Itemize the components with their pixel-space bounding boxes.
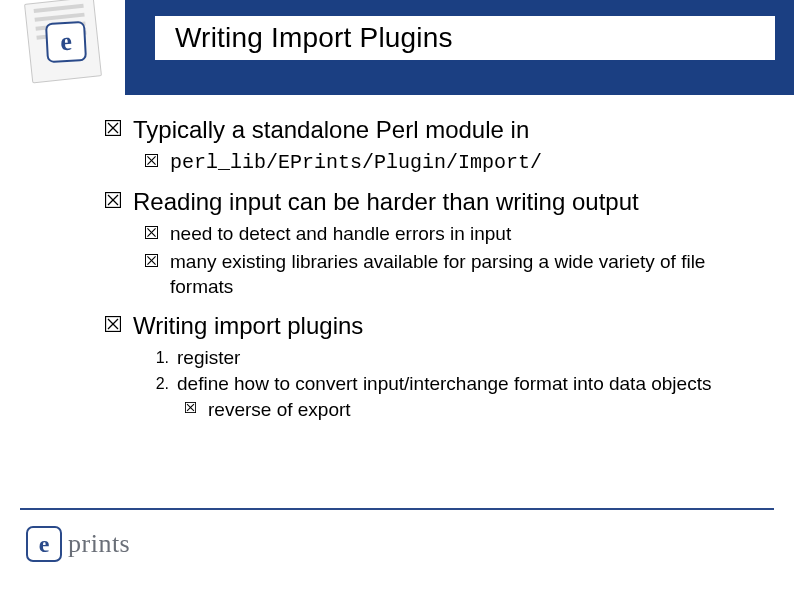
bullet-level1: Writing import plugins (105, 311, 765, 342)
bullet-level1: Reading input can be harder than writing… (105, 187, 765, 218)
slide-content: Typically a standalone Perl module in pe… (105, 115, 765, 427)
logo-e-icon: e (26, 526, 62, 562)
bullet-level3: reverse of export (185, 398, 765, 422)
numbered-item: 2. define how to convert input/interchan… (145, 372, 765, 396)
numbered-text: register (177, 346, 240, 370)
eprints-logo: e prints (26, 520, 166, 568)
checkbox-x-icon (145, 226, 158, 239)
e-badge-icon: e (45, 21, 87, 63)
corner-document-icon: e (20, 0, 105, 85)
bullet-text: Reading input can be harder than writing… (133, 187, 639, 218)
title-bar: Writing Import Plugins (155, 16, 775, 60)
slide-title: Writing Import Plugins (175, 22, 453, 54)
bullet-text: reverse of export (208, 398, 351, 422)
bullet-level2: many existing libraries available for pa… (145, 250, 765, 299)
bullet-level1: Typically a standalone Perl module in (105, 115, 765, 146)
bullet-text: need to detect and handle errors in inpu… (170, 222, 511, 246)
checkbox-x-icon (105, 316, 121, 332)
logo-text: prints (68, 529, 130, 559)
footer-divider (20, 508, 774, 510)
bullet-text: Writing import plugins (133, 311, 363, 342)
number-marker: 1. (145, 349, 169, 367)
header-band: Writing Import Plugins e (0, 0, 794, 95)
numbered-item: 1. register (145, 346, 765, 370)
bullet-level2: need to detect and handle errors in inpu… (145, 222, 765, 246)
checkbox-x-icon (105, 192, 121, 208)
checkbox-x-icon (145, 254, 158, 267)
bullet-level2: perl_lib/EPrints/Plugin/Import/ (145, 150, 765, 176)
number-marker: 2. (145, 375, 169, 393)
numbered-text: define how to convert input/interchange … (177, 372, 711, 396)
bullet-text: many existing libraries available for pa… (170, 250, 765, 299)
bullet-text: Typically a standalone Perl module in (133, 115, 529, 146)
bullet-text-code: perl_lib/EPrints/Plugin/Import/ (170, 150, 542, 176)
checkbox-x-icon (145, 154, 158, 167)
slide: Writing Import Plugins e Typically a sta… (0, 0, 794, 595)
checkbox-x-icon (105, 120, 121, 136)
checkbox-x-icon (185, 402, 196, 413)
